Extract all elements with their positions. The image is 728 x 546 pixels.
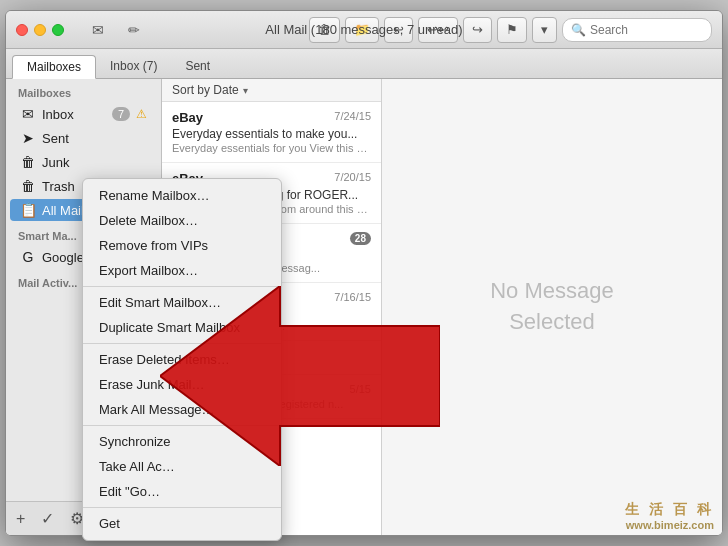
no-message-line2: Selected [490,307,614,338]
msg-date-1: 7/20/15 [334,171,371,186]
msg-subject-0: Everyday essentials to make you... [172,127,371,141]
inbox-folder-icon: ✉ [20,106,36,122]
ctx-erase-junk[interactable]: Erase Junk Mail… [83,372,281,397]
trash-icon: 🗑 [20,178,36,194]
titlebar-actions: ✉ ✏ [84,19,148,41]
ctx-sep-1 [83,286,281,287]
watermark-url: www.bimeiz.com [626,518,714,532]
tabs-row: Mailboxes Inbox (7) Sent [6,49,722,79]
search-input[interactable] [590,23,703,37]
msg-sender-0: eBay [172,110,203,125]
sidebar-sent-label: Sent [42,131,69,146]
allmail-icon: 📋 [20,202,36,218]
ctx-delete[interactable]: Delete Mailbox… [83,208,281,233]
ctx-mark-all[interactable]: Mark All Message… [83,397,281,422]
watermark: 生 活 百 科 www.bimeiz.com [625,500,714,532]
inbox-badge: 7 [112,107,130,121]
message-item-0[interactable]: eBay 7/24/15 Everyday essentials to make… [162,102,381,163]
no-message-line1: No Message [490,276,614,307]
google-icon: G [20,249,36,265]
sort-label: Sort by Date [172,83,239,97]
sidebar-trash-label: Trash [42,179,75,194]
ctx-take-all[interactable]: Take All Ac… [83,454,281,479]
sent-icon: ➤ [20,130,36,146]
tab-mailboxes[interactable]: Mailboxes [12,55,96,79]
sidebar-inbox-label: Inbox [42,107,74,122]
tab-sent[interactable]: Sent [171,54,224,78]
tab-inbox[interactable]: Inbox (7) [96,54,171,78]
sidebar-item-junk[interactable]: 🗑 Junk [10,151,157,173]
minimize-button[interactable] [34,24,46,36]
traffic-lights [16,24,64,36]
ctx-export[interactable]: Export Mailbox… [83,258,281,283]
sidebar-google-label: Google [42,250,84,265]
sidebar-item-sent[interactable]: ➤ Sent [10,127,157,149]
msg-badge-2: 28 [350,232,371,245]
compose-icon[interactable]: ✏ [120,19,148,41]
ctx-edit-go[interactable]: Edit "Go… [83,479,281,504]
sidebar-item-inbox[interactable]: ✉ Inbox 7 ⚠ [10,103,157,125]
msg-date-0: 7/24/15 [334,110,371,125]
sort-bar[interactable]: Sort by Date ▾ [162,79,381,102]
sidebar-section-mailboxes: Mailboxes [6,79,161,102]
actions-btn[interactable]: ▾ [532,17,557,43]
add-mailbox-button[interactable]: + [12,508,29,530]
watermark-text: 生 活 百 科 [625,500,714,518]
junk-icon: 🗑 [20,154,36,170]
ctx-rename[interactable]: Rename Mailbox… [83,183,281,208]
forward-btn[interactable]: ↪ [463,17,492,43]
warn-icon: ⚠ [136,107,147,121]
titlebar: ✉ ✏ All Mail (180 messages, 7 unread) 🗑 … [6,11,722,49]
msg-date-3: 7/16/15 [334,291,371,303]
ctx-duplicate-smart[interactable]: Duplicate Smart Mailbox [83,315,281,340]
ctx-edit-smart[interactable]: Edit Smart Mailbox… [83,290,281,315]
preview-pane: No Message Selected [382,79,722,535]
window-title: All Mail (180 messages, 7 unread) [265,22,462,37]
context-menu: Rename Mailbox… Delete Mailbox… Remove f… [82,178,282,541]
ctx-remove-vip[interactable]: Remove from VIPs [83,233,281,258]
ctx-synchronize[interactable]: Synchronize [83,429,281,454]
ctx-erase-deleted[interactable]: Erase Deleted Items… [83,347,281,372]
sidebar-junk-label: Junk [42,155,69,170]
ctx-sep-2 [83,343,281,344]
search-icon: 🔍 [571,23,586,37]
ctx-sep-4 [83,507,281,508]
msg-preview-0: Everyday essentials for you View this me… [172,142,371,154]
maximize-button[interactable] [52,24,64,36]
check-button[interactable]: ✓ [37,507,58,530]
sort-chevron: ▾ [243,85,248,96]
no-message-text: No Message Selected [490,276,614,338]
ctx-get[interactable]: Get [83,511,281,536]
msg-date-5: 5/15 [350,383,371,395]
flag-btn[interactable]: ⚑ [497,17,527,43]
close-button[interactable] [16,24,28,36]
inbox-icon[interactable]: ✉ [84,19,112,41]
sidebar-allmail-label: All Mail [42,203,84,218]
ctx-sep-3 [83,425,281,426]
search-box[interactable]: 🔍 [562,18,712,42]
